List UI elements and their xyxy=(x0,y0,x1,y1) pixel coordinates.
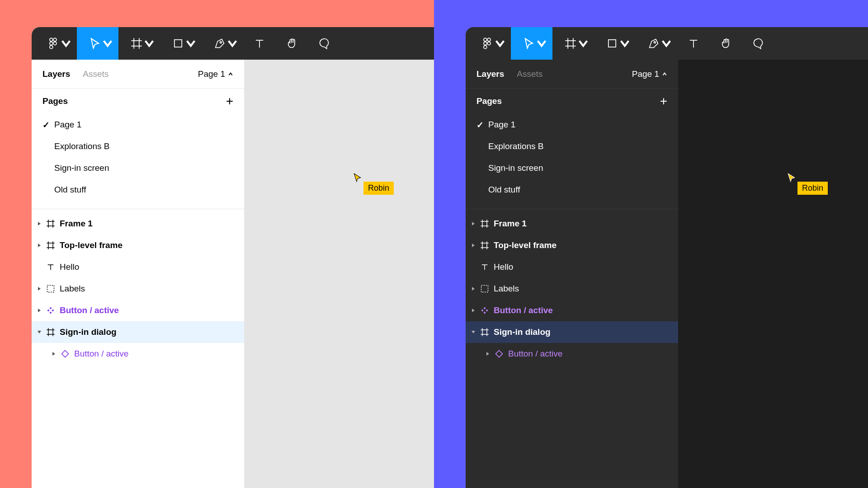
svg-point-2 xyxy=(50,46,53,49)
frame-icon xyxy=(480,328,489,337)
pages-label: Pages xyxy=(476,96,502,106)
frame-icon xyxy=(46,219,55,228)
layers-panel: Layers Assets Page 1 Pages + Page 1 Expl… xyxy=(32,60,244,488)
figma-menu-button[interactable] xyxy=(35,27,77,60)
layer-item[interactable]: Top-level frame xyxy=(466,235,678,256)
layers-panel: Layers Assets Page 1 Pages + Page 1 Expl… xyxy=(466,60,678,488)
instance-icon xyxy=(495,349,504,358)
svg-point-30 xyxy=(484,46,487,49)
component-icon xyxy=(480,306,489,315)
svg-point-10 xyxy=(220,42,222,43)
svg-point-38 xyxy=(654,42,656,43)
svg-point-31 xyxy=(487,38,491,41)
theme-comparison-right: Layers Assets Page 1 Pages + Page 1 Expl… xyxy=(434,0,868,488)
layer-item[interactable]: Hello xyxy=(32,256,244,278)
toolbar xyxy=(466,27,868,60)
text-tool[interactable] xyxy=(243,27,276,60)
text-icon xyxy=(480,263,489,272)
svg-rect-37 xyxy=(609,40,616,47)
comment-tool[interactable] xyxy=(308,27,341,60)
page-selector[interactable]: Page 1 xyxy=(632,69,667,79)
page-item[interactable]: Page 1 xyxy=(32,114,244,136)
page-selector[interactable]: Page 1 xyxy=(198,69,233,79)
pages-section: Pages + Page 1 Explorations B Sign-in sc… xyxy=(32,89,244,209)
pages-section: Pages + Page 1 Explorations B Sign-in sc… xyxy=(466,89,678,209)
collaborator-name: Robin xyxy=(363,182,394,195)
instance-icon xyxy=(61,349,70,358)
svg-rect-9 xyxy=(175,40,182,47)
hand-tool[interactable] xyxy=(276,27,308,60)
frame-tool[interactable] xyxy=(118,27,160,60)
theme-comparison-left: Layers Assets Page 1 Pages + Page 1 Expl… xyxy=(0,0,434,488)
collaborator-cursor: Robin xyxy=(353,173,363,184)
page-item[interactable]: Sign-in screen xyxy=(32,157,244,179)
page-item[interactable]: Explorations B xyxy=(32,136,244,157)
text-icon xyxy=(46,263,55,272)
panel-tabs: Layers Assets Page 1 xyxy=(466,60,678,89)
svg-point-0 xyxy=(50,38,53,41)
layer-item[interactable]: Frame 1 xyxy=(32,213,244,235)
app-window-dark: Layers Assets Page 1 Pages + Page 1 Expl… xyxy=(466,27,868,488)
pen-tool[interactable] xyxy=(202,27,243,60)
layers-tab[interactable]: Layers xyxy=(476,69,504,79)
layer-item[interactable]: Button / active xyxy=(466,343,678,365)
figma-menu-button[interactable] xyxy=(469,27,511,60)
layer-item[interactable]: Frame 1 xyxy=(466,213,678,235)
layer-item[interactable]: Button / active xyxy=(32,300,244,321)
layer-item[interactable]: Labels xyxy=(466,278,678,300)
pages-label: Pages xyxy=(42,96,68,106)
toolbar xyxy=(32,27,439,60)
layers-tab[interactable]: Layers xyxy=(42,69,70,79)
svg-point-3 xyxy=(53,38,57,41)
page-item[interactable]: Explorations B xyxy=(466,136,678,157)
component-icon xyxy=(46,306,55,315)
hand-tool[interactable] xyxy=(710,27,742,60)
move-tool[interactable] xyxy=(511,27,552,60)
assets-tab[interactable]: Assets xyxy=(83,69,108,79)
layer-item-selected[interactable]: Sign-in dialog xyxy=(466,321,678,343)
move-tool[interactable] xyxy=(77,27,118,60)
frame-icon xyxy=(46,241,55,250)
app-window-light: Layers Assets Page 1 Pages + Page 1 Expl… xyxy=(32,27,439,488)
frame-icon xyxy=(480,219,489,228)
svg-rect-23 xyxy=(47,286,54,292)
canvas[interactable]: Robin xyxy=(244,60,439,488)
add-page-button[interactable]: + xyxy=(660,94,667,108)
svg-point-4 xyxy=(53,42,57,45)
group-icon xyxy=(480,284,489,293)
layer-item[interactable]: Button / active xyxy=(466,300,678,321)
svg-point-28 xyxy=(484,38,487,41)
layer-item[interactable]: Button / active xyxy=(32,343,244,365)
pen-tool[interactable] xyxy=(636,27,677,60)
layers-list: Frame 1 Top-level frame Hello Labels xyxy=(466,209,678,365)
svg-point-29 xyxy=(484,42,487,45)
collaborator-cursor: Robin xyxy=(787,173,797,184)
shape-tool[interactable] xyxy=(160,27,202,60)
add-page-button[interactable]: + xyxy=(226,94,233,108)
layer-item[interactable]: Labels xyxy=(32,278,244,300)
page-item[interactable]: Old stuff xyxy=(466,179,678,201)
page-item[interactable]: Old stuff xyxy=(32,179,244,201)
page-item[interactable]: Sign-in screen xyxy=(466,157,678,179)
layer-item[interactable]: Hello xyxy=(466,256,678,278)
svg-rect-51 xyxy=(481,286,488,292)
panel-tabs: Layers Assets Page 1 xyxy=(32,60,244,89)
frame-tool[interactable] xyxy=(552,27,594,60)
group-icon xyxy=(46,284,55,293)
layer-item-selected[interactable]: Sign-in dialog xyxy=(32,321,244,343)
shape-tool[interactable] xyxy=(594,27,636,60)
frame-icon xyxy=(46,328,55,337)
frame-icon xyxy=(480,241,489,250)
layer-item[interactable]: Top-level frame xyxy=(32,235,244,256)
svg-point-1 xyxy=(50,42,53,45)
collaborator-name: Robin xyxy=(797,182,828,195)
page-item[interactable]: Page 1 xyxy=(466,114,678,136)
svg-point-32 xyxy=(487,42,491,45)
assets-tab[interactable]: Assets xyxy=(517,69,542,79)
comment-tool[interactable] xyxy=(742,27,775,60)
layers-list: Frame 1 Top-level frame Hello Labels xyxy=(32,209,244,365)
text-tool[interactable] xyxy=(677,27,710,60)
canvas[interactable]: Robin xyxy=(678,60,868,488)
